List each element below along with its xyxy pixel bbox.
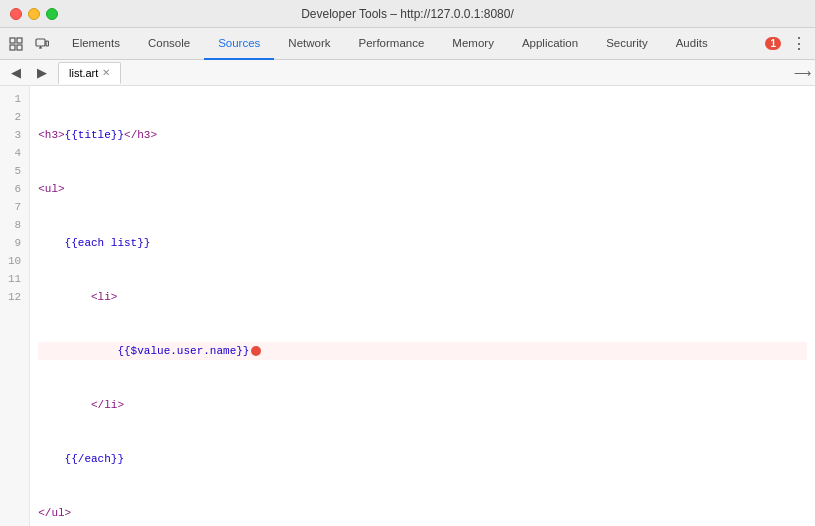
- fullscreen-button[interactable]: [46, 8, 58, 20]
- code-area: 1 2 3 4 5 6 7 8 9 10 11 12 <h3>{{title}}…: [0, 86, 815, 526]
- tab-sources[interactable]: Sources: [204, 28, 274, 60]
- tab-right-controls: 1 ⋮: [765, 34, 811, 53]
- source-tab-close-icon[interactable]: ✕: [102, 67, 110, 78]
- tab-audits[interactable]: Audits: [662, 28, 722, 60]
- window-title: Developer Tools – http://127.0.0.1:8080/: [301, 7, 514, 21]
- tab-icons: [4, 32, 54, 56]
- svg-rect-5: [46, 41, 49, 46]
- code-line-6: </li>: [38, 396, 807, 414]
- title-bar: Developer Tools – http://127.0.0.1:8080/: [0, 0, 815, 28]
- source-tab-bar: ◀ ▶ list.art ✕ ⟶: [0, 60, 815, 86]
- close-button[interactable]: [10, 8, 22, 20]
- svg-rect-3: [17, 45, 22, 50]
- error-dot-icon: [251, 346, 261, 356]
- source-file-tab[interactable]: list.art ✕: [58, 62, 121, 84]
- error-badge: 1: [765, 37, 781, 50]
- device-icon[interactable]: [30, 32, 54, 56]
- traffic-lights: [10, 8, 58, 20]
- tab-memory[interactable]: Memory: [438, 28, 508, 60]
- back-icon[interactable]: ◀: [4, 61, 28, 85]
- svg-rect-2: [10, 45, 15, 50]
- source-arrow-icon[interactable]: ⟶: [794, 66, 811, 80]
- code-line-4: <li>: [38, 288, 807, 306]
- main-panel: ◀ ▶ list.art ✕ ⟶ 1 2 3 4 5 6 7 8 9: [0, 60, 815, 526]
- forward-icon[interactable]: ▶: [30, 61, 54, 85]
- code-line-5: {{$value.user.name}}: [38, 342, 807, 360]
- code-line-8: </ul>: [38, 504, 807, 522]
- tab-console[interactable]: Console: [134, 28, 204, 60]
- code-line-2: <ul>: [38, 180, 807, 198]
- inspect-icon[interactable]: [4, 32, 28, 56]
- tab-performance[interactable]: Performance: [345, 28, 439, 60]
- source-nav-icons: ◀ ▶: [4, 61, 54, 85]
- tab-list: Elements Console Sources Network Perform…: [58, 28, 765, 60]
- tab-application[interactable]: Application: [508, 28, 592, 60]
- source-panel: ◀ ▶ list.art ✕ ⟶ 1 2 3 4 5 6 7 8 9: [0, 60, 815, 526]
- code-line-1: <h3>{{title}}</h3>: [38, 126, 807, 144]
- svg-rect-4: [36, 39, 45, 46]
- code-content: <h3>{{title}}</h3> <ul> {{each list}} <l…: [30, 86, 815, 526]
- code-line-7: {{/each}}: [38, 450, 807, 468]
- source-file-name: list.art: [69, 67, 98, 79]
- svg-rect-1: [17, 38, 22, 43]
- more-options-icon[interactable]: ⋮: [787, 34, 811, 53]
- svg-rect-0: [10, 38, 15, 43]
- minimize-button[interactable]: [28, 8, 40, 20]
- tab-network[interactable]: Network: [274, 28, 344, 60]
- source-tab-right: ⟶: [794, 66, 811, 80]
- tab-elements[interactable]: Elements: [58, 28, 134, 60]
- line-numbers: 1 2 3 4 5 6 7 8 9 10 11 12: [0, 86, 30, 526]
- main-tab-bar: Elements Console Sources Network Perform…: [0, 28, 815, 60]
- tab-security[interactable]: Security: [592, 28, 662, 60]
- code-line-3: {{each list}}: [38, 234, 807, 252]
